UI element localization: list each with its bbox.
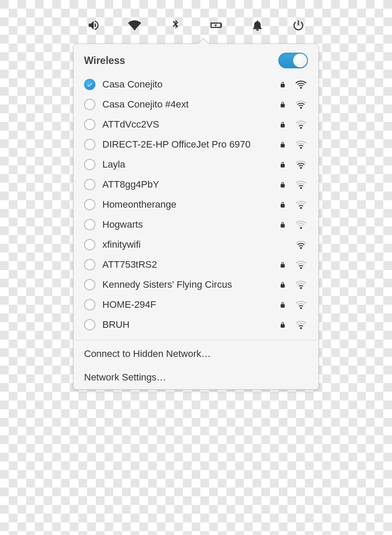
network-item[interactable]: Casa Conejito #4ext	[74, 94, 318, 114]
radio-icon[interactable]	[84, 159, 95, 170]
network-item[interactable]: Kennedy Sisters' Flying Circus	[74, 275, 318, 295]
popover-arrow	[198, 39, 209, 44]
wifi-signal-icon	[294, 120, 308, 129]
radio-icon[interactable]	[84, 99, 95, 110]
wifi-popover: Wireless Casa Conejito Casa Conejito #4e…	[73, 44, 319, 390]
network-item[interactable]: xfinitywifi	[74, 235, 318, 255]
wifi-signal-icon	[294, 100, 308, 109]
network-item[interactable]: DIRECT-2E-HP OfficeJet Pro 6970	[74, 135, 318, 155]
lock-icon	[278, 260, 287, 269]
network-item[interactable]: ATTdVcc2VS	[74, 114, 318, 135]
network-ssid: DIRECT-2E-HP OfficeJet Pro 6970	[102, 139, 271, 150]
wifi-signal-icon	[294, 160, 308, 169]
network-item[interactable]: BRUH	[74, 315, 318, 335]
notifications-bell-icon[interactable]	[250, 17, 265, 33]
svg-point-11	[300, 307, 302, 309]
network-ssid: Casa Conejito	[102, 79, 271, 90]
battery-charging-icon[interactable]	[209, 17, 224, 33]
wifi-signal-icon	[294, 260, 308, 269]
network-ssid: Casa Conejito #4ext	[102, 99, 271, 110]
lock-icon	[278, 300, 287, 309]
network-ssid: Layla	[102, 159, 271, 170]
network-item[interactable]: Homeontherange	[74, 195, 318, 215]
svg-point-8	[300, 247, 302, 249]
lock-icon	[278, 140, 287, 149]
lock-icon	[278, 280, 287, 289]
network-ssid: HOME-294F	[102, 299, 271, 310]
bluetooth-icon[interactable]	[168, 17, 183, 33]
wifi-signal-icon	[294, 300, 308, 310]
svg-point-4	[300, 167, 302, 169]
power-icon[interactable]	[291, 17, 306, 33]
network-item[interactable]: Hogwarts	[74, 215, 318, 235]
wifi-toggle[interactable]	[278, 53, 308, 68]
network-item[interactable]: Layla	[74, 155, 318, 175]
radio-selected-icon[interactable]	[84, 79, 95, 90]
radio-icon[interactable]	[84, 119, 95, 130]
svg-point-9	[300, 267, 302, 269]
network-list: Casa Conejito Casa Conejito #4ext ATTdVc…	[74, 73, 318, 336]
lock-icon	[278, 200, 287, 209]
wifi-toggle-knob	[293, 54, 307, 67]
radio-icon[interactable]	[84, 199, 95, 210]
network-item[interactable]: Casa Conejito	[74, 74, 318, 94]
wifi-popover-panel: Wireless Casa Conejito Casa Conejito #4e…	[73, 44, 319, 390]
network-ssid: Homeontherange	[102, 199, 271, 210]
volume-icon[interactable]	[86, 17, 101, 33]
radio-icon[interactable]	[84, 319, 95, 330]
wifi-signal-icon	[294, 280, 308, 289]
radio-icon[interactable]	[84, 239, 95, 250]
wifi-signal-icon	[294, 220, 308, 229]
network-ssid: ATT8gg4PbY	[102, 179, 271, 190]
svg-point-7	[300, 227, 302, 229]
radio-icon[interactable]	[84, 219, 95, 230]
svg-point-10	[300, 287, 302, 289]
svg-point-2	[300, 127, 302, 129]
radio-icon[interactable]	[84, 299, 95, 310]
wifi-signal-icon	[294, 180, 308, 189]
network-settings-button[interactable]: Network Settings…	[74, 366, 318, 389]
network-item[interactable]: HOME-294F	[74, 295, 318, 315]
network-ssid: ATTdVcc2VS	[102, 119, 271, 130]
lock-icon	[278, 320, 287, 329]
wifi-signal-icon	[294, 320, 308, 330]
svg-point-3	[300, 147, 302, 149]
system-tray	[0, 17, 392, 33]
lock-icon	[278, 160, 287, 169]
lock-icon	[278, 220, 287, 229]
svg-point-6	[300, 207, 302, 209]
network-ssid: ATT753tRS2	[102, 259, 271, 270]
wifi-signal-icon	[294, 200, 308, 209]
svg-point-0	[300, 87, 302, 89]
network-ssid: Hogwarts	[102, 219, 271, 230]
wireless-title: Wireless	[84, 55, 125, 67]
popover-header: Wireless	[74, 44, 318, 73]
wifi-icon[interactable]	[127, 17, 142, 33]
wifi-signal-icon	[294, 140, 308, 149]
radio-icon[interactable]	[84, 139, 95, 150]
network-item[interactable]: ATT753tRS2	[74, 255, 318, 275]
network-ssid: BRUH	[102, 319, 271, 330]
lock-icon	[278, 180, 287, 189]
radio-icon[interactable]	[84, 259, 95, 270]
radio-icon[interactable]	[84, 179, 95, 190]
wifi-signal-icon	[294, 80, 308, 89]
network-ssid: xfinitywifi	[102, 239, 271, 250]
network-ssid: Kennedy Sisters' Flying Circus	[102, 279, 271, 290]
separator	[74, 340, 318, 340]
svg-point-1	[300, 107, 302, 109]
svg-point-12	[300, 327, 302, 329]
connect-hidden-network-button[interactable]: Connect to Hidden Network…	[74, 342, 318, 366]
lock-icon	[278, 100, 287, 109]
radio-icon[interactable]	[84, 279, 95, 290]
svg-point-5	[300, 187, 302, 189]
wifi-signal-icon	[294, 240, 308, 249]
network-item[interactable]: ATT8gg4PbY	[74, 175, 318, 195]
lock-icon	[278, 120, 287, 129]
lock-icon	[278, 80, 287, 89]
